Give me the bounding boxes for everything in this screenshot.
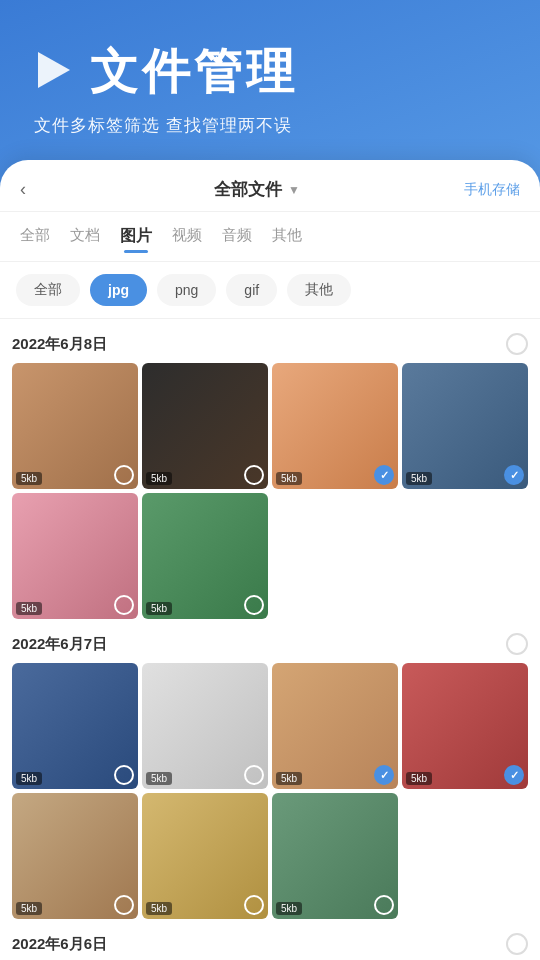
- back-button[interactable]: ‹: [20, 179, 50, 200]
- image-item[interactable]: 5kb: [12, 793, 138, 919]
- image-check[interactable]: [114, 765, 134, 785]
- svg-marker-0: [38, 52, 70, 88]
- hero-title-text: 文件管理: [90, 40, 298, 104]
- image-check-checked[interactable]: [374, 465, 394, 485]
- image-check-checked[interactable]: [504, 765, 524, 785]
- image-check-checked[interactable]: [374, 765, 394, 785]
- image-size-badge: 5kb: [276, 772, 302, 785]
- image-size-badge: 5kb: [16, 602, 42, 615]
- image-item[interactable]: 5kb: [142, 363, 268, 489]
- tab-pic[interactable]: 图片: [120, 222, 152, 251]
- image-check[interactable]: [114, 465, 134, 485]
- image-check[interactable]: [244, 465, 264, 485]
- image-size-badge: 5kb: [16, 902, 42, 915]
- image-size-badge: 5kb: [146, 902, 172, 915]
- date-select-circle-june8[interactable]: [506, 333, 528, 355]
- play-icon: [30, 48, 74, 96]
- image-item[interactable]: 5kb: [142, 663, 268, 789]
- image-check[interactable]: [114, 595, 134, 615]
- image-size-badge: 5kb: [16, 472, 42, 485]
- image-check[interactable]: [244, 895, 264, 915]
- image-item[interactable]: 5kb: [142, 793, 268, 919]
- tab-all[interactable]: 全部: [20, 222, 50, 251]
- date-header-june8: 2022年6月8日: [12, 333, 528, 355]
- image-size-badge: 5kb: [146, 772, 172, 785]
- filter-bar: 全部 jpg png gif 其他: [0, 262, 540, 319]
- image-item[interactable]: 5kb: [402, 663, 528, 789]
- filter-png[interactable]: png: [157, 274, 216, 306]
- image-item[interactable]: 5kb: [272, 363, 398, 489]
- image-size-badge: 5kb: [276, 472, 302, 485]
- date-select-circle-june6[interactable]: [506, 933, 528, 955]
- image-check[interactable]: [244, 595, 264, 615]
- date-header-june6: 2022年6月6日: [12, 933, 528, 955]
- image-size-badge: 5kb: [146, 472, 172, 485]
- date-select-circle-june7[interactable]: [506, 633, 528, 655]
- image-check-checked[interactable]: [504, 465, 524, 485]
- date-section-june6: 2022年6月6日 5kb 5kb: [12, 933, 528, 960]
- hero-subtitle: 文件多标签筛选 查找管理两不误: [34, 114, 510, 137]
- tab-other[interactable]: 其他: [272, 222, 302, 251]
- tab-video[interactable]: 视频: [172, 222, 202, 251]
- image-item[interactable]: 5kb: [142, 493, 268, 619]
- filter-all[interactable]: 全部: [16, 274, 80, 306]
- image-size-badge: 5kb: [16, 772, 42, 785]
- image-check[interactable]: [114, 895, 134, 915]
- date-section-june8: 2022年6月8日 5kb 5kb 5kb 5kb: [12, 333, 528, 619]
- folder-title: 全部文件: [214, 178, 282, 201]
- image-item[interactable]: 5kb: [12, 363, 138, 489]
- image-check[interactable]: [374, 895, 394, 915]
- date-section-june7: 2022年6月7日 5kb 5kb 5kb 5kb: [12, 633, 528, 919]
- filter-other[interactable]: 其他: [287, 274, 351, 306]
- image-size-badge: 5kb: [146, 602, 172, 615]
- file-manager-card: ‹ 全部文件 ▼ 手机存储 全部 文档 图片 视频 音频 其他 全部 jpg p…: [0, 160, 540, 960]
- image-item[interactable]: 5kb: [272, 793, 398, 919]
- hero-section: 文件管理 文件多标签筛选 查找管理两不误: [0, 0, 540, 157]
- tab-audio[interactable]: 音频: [222, 222, 252, 251]
- image-size-badge: 5kb: [406, 772, 432, 785]
- image-grid-june8-row1: 5kb 5kb 5kb 5kb: [12, 363, 528, 489]
- card-header: ‹ 全部文件 ▼ 手机存储: [0, 160, 540, 212]
- tab-doc[interactable]: 文档: [70, 222, 100, 251]
- folder-title-wrap[interactable]: 全部文件 ▼: [214, 178, 300, 201]
- image-item[interactable]: 5kb: [272, 663, 398, 789]
- date-label-june8: 2022年6月8日: [12, 335, 107, 354]
- image-item[interactable]: 5kb: [12, 493, 138, 619]
- folder-dropdown-arrow: ▼: [288, 183, 300, 197]
- image-grid-june7-row2: 5kb 5kb 5kb: [12, 793, 528, 919]
- date-label-june6: 2022年6月6日: [12, 935, 107, 954]
- image-size-badge: 5kb: [406, 472, 432, 485]
- filter-jpg[interactable]: jpg: [90, 274, 147, 306]
- storage-label[interactable]: 手机存储: [464, 181, 520, 199]
- hero-title-row: 文件管理: [30, 40, 510, 104]
- image-item[interactable]: 5kb: [12, 663, 138, 789]
- image-item[interactable]: 5kb: [402, 363, 528, 489]
- image-size-badge: 5kb: [276, 902, 302, 915]
- tab-bar: 全部 文档 图片 视频 音频 其他: [0, 212, 540, 262]
- image-content: 2022年6月8日 5kb 5kb 5kb 5kb: [0, 319, 540, 960]
- image-check[interactable]: [244, 765, 264, 785]
- image-grid-june8-row2: 5kb 5kb: [12, 493, 528, 619]
- date-label-june7: 2022年6月7日: [12, 635, 107, 654]
- image-grid-june7-row1: 5kb 5kb 5kb 5kb: [12, 663, 528, 789]
- filter-gif[interactable]: gif: [226, 274, 277, 306]
- date-header-june7: 2022年6月7日: [12, 633, 528, 655]
